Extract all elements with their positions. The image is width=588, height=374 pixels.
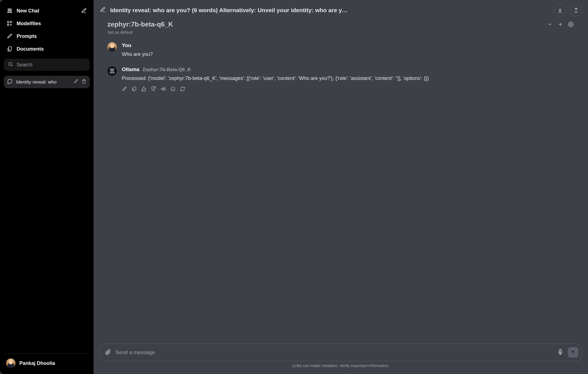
svg-point-3: [10, 12, 11, 12]
edit-chat-icon[interactable]: [74, 79, 79, 85]
message-actions: [122, 86, 574, 93]
svg-point-10: [110, 69, 112, 70]
search-icon: [8, 61, 13, 68]
message-text: Processed: {'model': 'zephyr:7b-beta-q6_…: [122, 74, 574, 83]
delete-chat-icon[interactable]: [81, 79, 86, 85]
svg-rect-5: [7, 24, 9, 26]
message-text: Who are you?: [122, 50, 574, 59]
edit-title-icon[interactable]: [100, 7, 106, 14]
set-default-button[interactable]: Set as default: [94, 28, 588, 40]
svg-rect-7: [9, 47, 11, 50]
nav-documents-label: Documents: [17, 46, 44, 52]
send-button[interactable]: [568, 347, 578, 358]
new-chat-button[interactable]: New Chat: [4, 5, 90, 17]
edit-response-icon[interactable]: [122, 86, 127, 93]
regenerate-icon[interactable]: [180, 86, 185, 93]
svg-point-2: [9, 12, 9, 12]
assistant-avatar: [107, 66, 117, 76]
message-model-tag: Zephyr:7b-Beta-Q6_K: [143, 67, 191, 72]
grid-plus-icon: [7, 20, 13, 27]
svg-point-12: [111, 72, 112, 72]
svg-rect-4: [7, 21, 9, 23]
sidebar: New Chat Modelfiles Prompts: [0, 0, 94, 374]
documents-icon: [7, 46, 13, 52]
chat-item[interactable]: Identity reveal: who: [4, 76, 90, 88]
search-box[interactable]: [4, 59, 90, 71]
compose-icon[interactable]: [81, 8, 87, 14]
thumbs-down-icon[interactable]: [151, 86, 156, 93]
composer[interactable]: [100, 344, 582, 361]
nav-modelfiles-label: Modelfiles: [17, 21, 41, 27]
profile-menu[interactable]: Pankaj Dhoolia: [4, 357, 90, 370]
chat-list: Identity reveal: who: [4, 76, 90, 88]
svg-point-1: [10, 9, 11, 11]
svg-point-13: [113, 72, 113, 72]
user-avatar-small: [107, 42, 117, 52]
message-list: You Who are you? Ollama Zephyr:7b-Beta-Q…: [94, 40, 588, 344]
chat-bubble-icon: [7, 79, 13, 85]
chat-item-title: Identity reveal: who: [16, 79, 70, 85]
pencil-icon: [7, 33, 13, 39]
new-chat-label: New Chat: [17, 8, 39, 14]
conversation-title: Identity reveal: who are you? (6 words) …: [110, 7, 550, 14]
model-settings-icon[interactable]: [568, 21, 574, 28]
speaker-icon[interactable]: [161, 86, 166, 93]
user-message: You Who are you?: [107, 42, 574, 59]
profile-name: Pankaj Dhoolia: [19, 360, 55, 366]
model-name[interactable]: zephyr:7b-beta-q6_K: [107, 20, 173, 28]
user-avatar: [6, 359, 16, 368]
nav-modelfiles[interactable]: Modelfiles: [4, 18, 90, 29]
svg-rect-6: [10, 21, 12, 23]
main-panel: Identity reveal: who are you? (6 words) …: [94, 0, 588, 374]
add-model-icon[interactable]: [557, 21, 564, 28]
copy-response-icon[interactable]: [131, 86, 137, 93]
svg-point-11: [112, 69, 114, 70]
disclaimer-text: LLMs can make mistakes. Verify important…: [100, 361, 582, 372]
nav-prompts-label: Prompts: [17, 33, 37, 39]
assistant-message: Ollama Zephyr:7b-Beta-Q6_K Processed: {'…: [107, 66, 574, 93]
download-button[interactable]: [554, 4, 566, 16]
thumbs-up-icon[interactable]: [141, 86, 146, 93]
svg-rect-16: [559, 349, 561, 352]
composer-area: LLMs can make mistakes. Verify important…: [94, 344, 588, 374]
attach-icon[interactable]: [105, 349, 111, 356]
chevron-down-icon[interactable]: [546, 21, 553, 28]
microphone-icon[interactable]: [557, 349, 563, 356]
message-author: You: [122, 42, 574, 48]
nav-documents[interactable]: Documents: [4, 43, 90, 55]
svg-point-9: [570, 24, 572, 25]
search-input[interactable]: [17, 62, 86, 68]
message-input[interactable]: [115, 349, 553, 355]
svg-rect-14: [133, 87, 136, 90]
topbar: Identity reveal: who are you? (6 words) …: [94, 0, 588, 18]
nav-prompts[interactable]: Prompts: [4, 30, 90, 42]
app-logo-icon: [7, 8, 13, 14]
model-selector-row: zephyr:7b-beta-q6_K: [94, 18, 588, 28]
message-author: Ollama Zephyr:7b-Beta-Q6_K: [122, 66, 574, 72]
svg-point-8: [9, 62, 12, 66]
share-button[interactable]: [570, 4, 582, 16]
svg-point-0: [8, 9, 9, 11]
info-icon[interactable]: [170, 86, 176, 93]
